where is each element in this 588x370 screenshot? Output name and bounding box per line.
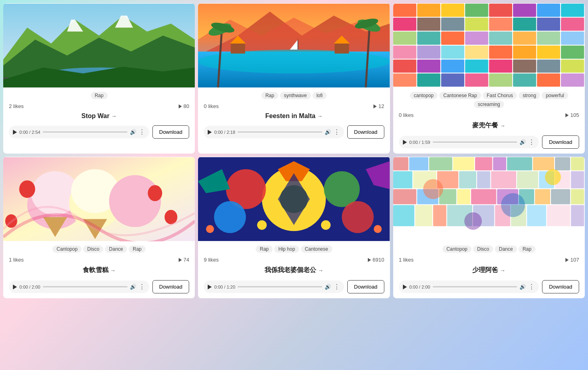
svg-rect-111 — [571, 157, 584, 170]
svg-rect-65 — [561, 60, 584, 73]
tag: Cantopop — [52, 245, 81, 253]
svg-rect-42 — [393, 31, 416, 45]
svg-rect-139 — [527, 205, 546, 226]
play-button[interactable] — [208, 130, 212, 135]
more-options-button[interactable]: ⋮ — [334, 128, 340, 136]
title-arrow-icon: → — [317, 113, 323, 119]
card-tags: RapHip hopCantonese — [198, 241, 390, 254]
play-button[interactable] — [13, 130, 17, 135]
tag: Rap — [519, 245, 536, 253]
title-arrow-icon: → — [500, 267, 505, 274]
svg-rect-43 — [417, 31, 440, 45]
likes-count: 1 likes — [399, 257, 414, 263]
progress-bar[interactable] — [433, 286, 517, 287]
progress-bar[interactable] — [433, 141, 517, 143]
card-player: 0:00 / 2:00 🔊 ⋮ Download — [393, 277, 585, 298]
play-button[interactable] — [403, 140, 407, 145]
audio-controls: 0:00 / 2:00 🔊 ⋮ — [9, 281, 149, 293]
progress-bar[interactable] — [238, 286, 322, 287]
svg-rect-34 — [393, 18, 416, 31]
card-tags: Rapsynthwavelofi — [198, 88, 390, 101]
svg-rect-16 — [335, 44, 349, 54]
card-title: 麥兜午餐 → — [393, 120, 585, 132]
likes-count: 2 likes — [9, 103, 24, 109]
tag: Rap — [256, 245, 273, 253]
svg-rect-50 — [393, 46, 416, 59]
audio-controls: 0:00 / 2:00 🔊 ⋮ — [399, 281, 539, 293]
play-count-icon — [373, 104, 377, 108]
play-count: 74 — [179, 257, 189, 263]
card-image-little-boss — [393, 157, 585, 241]
more-options-button[interactable]: ⋮ — [139, 283, 145, 291]
more-options-button[interactable]: ⋮ — [139, 128, 145, 136]
volume-icon[interactable]: 🔊 — [325, 129, 331, 135]
svg-rect-132 — [393, 205, 414, 226]
card-meta: 9 likes 6910 — [198, 254, 390, 264]
svg-rect-60 — [441, 60, 464, 73]
card-image-eat-icecream — [3, 157, 195, 241]
title-arrow-icon: → — [500, 123, 505, 129]
card-player: 0:00 / 2:00 🔊 ⋮ Download — [3, 277, 195, 298]
more-options-button[interactable]: ⋮ — [528, 138, 535, 146]
svg-rect-51 — [417, 46, 440, 59]
music-card-wife-husband: RapHip hopCantonese 9 likes 6910 我係我老婆個老… — [198, 157, 390, 298]
svg-rect-116 — [477, 171, 490, 189]
tag: Fast Chorus — [483, 92, 517, 99]
card-meta: 0 likes 12 — [198, 101, 390, 111]
volume-icon[interactable]: 🔊 — [519, 284, 526, 290]
title-arrow-icon: → — [318, 267, 323, 274]
progress-bar[interactable] — [43, 131, 127, 133]
play-button[interactable] — [13, 285, 17, 289]
likes-count: 0 likes — [204, 103, 219, 109]
svg-rect-14 — [231, 44, 246, 54]
play-count-icon — [565, 258, 569, 262]
play-button[interactable] — [403, 285, 407, 289]
svg-point-79 — [109, 175, 161, 227]
play-count-icon — [368, 258, 371, 262]
svg-point-83 — [148, 185, 162, 201]
svg-rect-38 — [489, 18, 512, 31]
download-button[interactable]: Download — [152, 280, 190, 293]
download-button[interactable]: Download — [542, 280, 579, 293]
volume-icon[interactable]: 🔊 — [130, 129, 136, 135]
svg-rect-126 — [471, 189, 496, 204]
svg-rect-35 — [417, 18, 440, 31]
svg-rect-36 — [441, 18, 464, 31]
svg-rect-55 — [513, 46, 536, 59]
svg-rect-54 — [489, 46, 512, 59]
tag: Disco — [83, 245, 103, 253]
svg-rect-122 — [393, 189, 416, 204]
download-button[interactable]: Download — [347, 280, 384, 293]
card-tags: CantopopDiscoDanceRap — [3, 241, 195, 254]
progress-bar[interactable] — [43, 286, 127, 287]
svg-point-91 — [342, 201, 374, 233]
time-display: 0:00 / 2:18 — [214, 130, 235, 135]
volume-icon[interactable]: 🔊 — [519, 139, 526, 145]
play-count: 105 — [565, 112, 579, 118]
svg-rect-67 — [417, 73, 440, 87]
volume-icon[interactable]: 🔊 — [325, 284, 331, 290]
play-button[interactable] — [208, 285, 212, 289]
svg-rect-105 — [453, 157, 474, 170]
card-player: 0:00 / 1:20 🔊 ⋮ Download — [198, 277, 390, 298]
svg-rect-56 — [537, 46, 560, 59]
download-button[interactable]: Download — [542, 135, 579, 149]
svg-point-143 — [501, 193, 525, 217]
music-card-feesten-malta: Rapsynthwavelofi 0 likes 12 Feesten in M… — [198, 3, 390, 154]
svg-rect-32 — [537, 4, 560, 17]
svg-rect-103 — [409, 157, 428, 170]
more-options-button[interactable]: ⋮ — [334, 283, 340, 291]
svg-rect-107 — [493, 157, 506, 170]
time-display: 0:00 / 2:54 — [19, 130, 40, 135]
svg-rect-131 — [571, 189, 584, 204]
more-options-button[interactable]: ⋮ — [528, 283, 535, 291]
download-button[interactable]: Download — [347, 125, 384, 139]
progress-bar[interactable] — [238, 131, 322, 133]
download-button[interactable]: Download — [152, 125, 190, 139]
svg-rect-141 — [571, 205, 584, 226]
svg-rect-140 — [547, 205, 570, 226]
svg-rect-46 — [489, 31, 512, 45]
svg-rect-112 — [393, 171, 413, 189]
volume-icon[interactable]: 🔊 — [130, 284, 136, 290]
svg-rect-39 — [513, 18, 536, 31]
